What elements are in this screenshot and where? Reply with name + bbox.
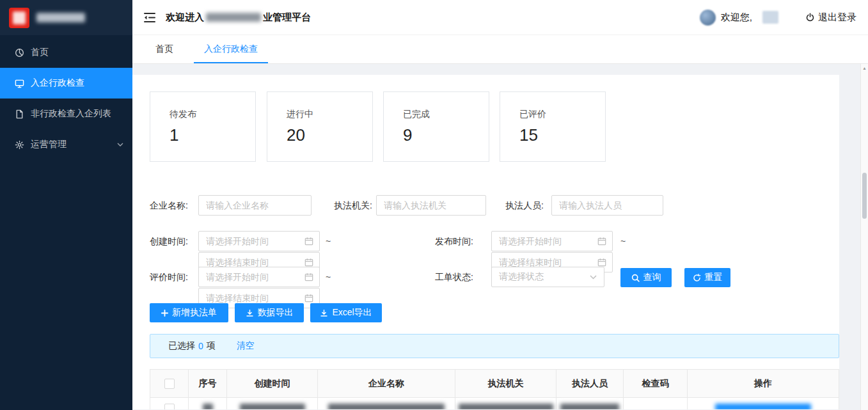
stat-card-completed: 已完成 9 [383,91,489,162]
excel-export-button[interactable]: Excel导出 [310,303,382,322]
tab-inspection[interactable]: 入企行政检查 [194,35,268,63]
created-start-input[interactable] [199,232,304,251]
logo-icon [9,8,29,28]
table-cell [455,398,556,409]
stat-card-in-progress: 进行中 20 [267,91,373,162]
search-button-label: 查询 [643,272,661,283]
redacted-action-link[interactable] [715,404,811,409]
sidebar-item-operations[interactable]: 运营管理 [0,129,132,160]
excel-export-label: Excel导出 [332,307,372,319]
redacted-text [459,404,553,409]
table-cell-actions [688,398,839,409]
sidebar-item-label: 非行政检查入企列表 [31,108,111,120]
company-name-label: 企业名称: [150,195,188,216]
menu-collapse-button[interactable] [141,9,158,26]
agency-field [376,195,486,216]
avatar[interactable] [700,10,716,26]
topbar-right: 欢迎您, 退出登录 [700,10,856,26]
calendar-icon [597,258,606,267]
officer-label: 执法人员: [505,195,544,216]
logout-label: 退出登录 [818,12,856,24]
clear-selection-link[interactable]: 清空 [237,340,255,352]
order-status-label: 工单状态: [435,267,473,287]
table-header-checkbox-cell [150,370,189,397]
stat-label: 进行中 [287,109,313,120]
officer-input[interactable] [552,196,663,215]
sidebar-item-non-admin-list[interactable]: 非行政检查入企列表 [0,99,132,129]
stat-card-pending: 待发布 1 [150,91,256,162]
add-enforcement-button[interactable]: 新增执法单 [150,303,228,322]
tab-bar: 首页 入企行政检查 [132,35,868,64]
sidebar-item-inspection[interactable]: 入企行政检查 [0,68,132,99]
stat-card-evaluated: 已评价 15 [500,91,606,162]
redacted-logo-glyph [13,12,26,24]
plus-icon [161,310,168,317]
stat-value: 9 [403,125,412,145]
evaluated-start-field [198,267,320,287]
topbar: 欢迎进入 业管理平台 欢迎您, 退出登录 [132,0,868,35]
order-status-select[interactable]: 请选择状态 [491,267,604,287]
inspection-icon [15,79,24,88]
logout-button[interactable]: 退出登录 [805,12,856,24]
calendar-icon [304,272,313,281]
sidebar-item-home[interactable]: 首页 [0,37,132,68]
search-button[interactable]: 查询 [620,268,672,287]
table-header-cell: 执法人员 [556,370,624,397]
main-area: 欢迎进入 业管理平台 欢迎您, 退出登录 首页 入企行政检查 [132,0,868,410]
table-header-cell: 企业名称 [318,370,455,397]
logo [0,0,132,35]
table-header-cell: 检查码 [624,370,688,397]
power-icon [805,13,815,22]
row-checkbox[interactable] [164,404,175,409]
greeting-text: 欢迎您, [721,12,752,24]
company-name-input[interactable] [199,196,311,215]
redacted-username [762,11,778,24]
range-separator: ~ [620,231,626,251]
table-header: 序号 创建时间 企业名称 执法机关 执法人员 检查码 操作 [150,369,839,398]
stat-label: 已评价 [519,109,546,120]
welcome-suffix: 业管理平台 [263,12,311,24]
stat-label: 待发布 [170,109,196,120]
select-all-checkbox[interactable] [164,379,175,389]
table-header-cell: 操作 [688,370,839,397]
selection-suffix: 项 [207,340,216,352]
stat-value: 20 [287,125,305,145]
range-separator: ~ [326,231,331,251]
scrollbar-thumb[interactable] [862,173,867,219]
sidebar-item-label: 入企行政检查 [31,77,84,89]
agency-input[interactable] [377,196,485,215]
range-separator: ~ [326,267,331,287]
evaluated-start-input[interactable] [199,267,304,287]
selection-count: 0 [198,341,203,351]
table-cell [624,398,688,409]
download-icon [320,309,328,317]
tab-label: 首页 [155,43,173,55]
sidebar: 首页 入企行政检查 非行政检查入企列表 运营管理 [0,0,132,410]
chevron-down-icon [590,275,597,280]
reset-button[interactable]: 重置 [684,268,730,287]
table-cell-checkbox [150,398,189,409]
published-start-input[interactable] [492,232,597,251]
tab-home[interactable]: 首页 [145,35,184,63]
stat-value: 1 [170,125,178,145]
scrollbar-up-arrow[interactable]: ▲ [861,64,868,72]
content-area: 待发布 1 进行中 20 已完成 9 已评价 15 企业名称: [132,64,868,410]
published-time-label: 发布时间: [435,231,473,251]
select-placeholder: 请选择状态 [499,271,544,283]
table-header-cell: 创建时间 [227,370,318,397]
table-header-cell: 执法机关 [455,370,556,397]
table-cell [227,398,318,409]
calendar-icon [304,294,313,303]
add-enforcement-label: 新增执法单 [172,307,217,319]
app-root: 首页 入企行政检查 非行政检查入企列表 运营管理 欢迎进入 [0,0,868,410]
table-row [150,398,839,409]
data-export-button[interactable]: 数据导出 [235,303,304,322]
redacted-platform-name [206,13,261,22]
calendar-icon [304,258,313,267]
data-table: 序号 创建时间 企业名称 执法机关 执法人员 检查码 操作 [150,369,839,409]
download-icon [246,309,254,317]
created-time-label: 创建时间: [150,231,188,251]
page-scrollbar[interactable]: ▲ [860,64,868,410]
published-start-field [491,231,613,251]
officer-field [551,195,663,216]
